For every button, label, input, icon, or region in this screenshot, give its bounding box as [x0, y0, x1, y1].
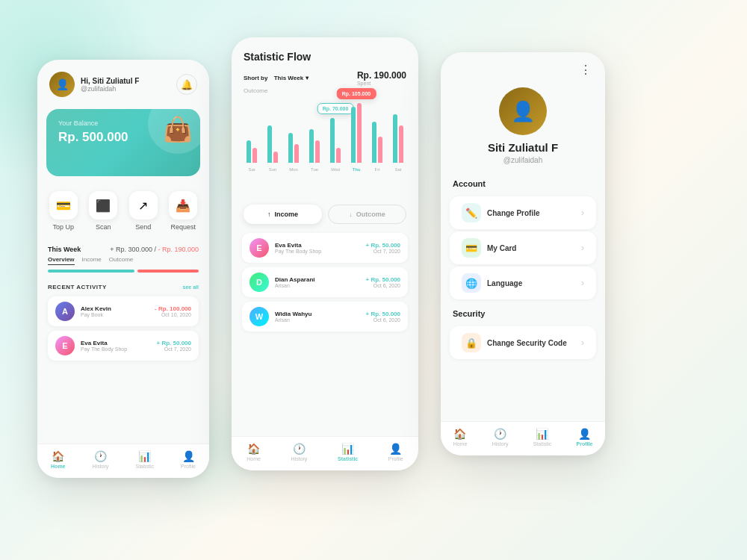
my-card-label: My Card: [487, 244, 516, 252]
bar-teal: [247, 140, 251, 163]
outcome-progress: [137, 270, 199, 273]
activity-name: Alex Kevin: [81, 305, 149, 312]
bar-label: Wed: [331, 167, 340, 172]
activity-amount: + Rp. 50.000: [157, 340, 191, 346]
change-profile-icon: ✏️: [462, 203, 481, 223]
spent-amount: Rp. 190.000: [357, 70, 406, 81]
stat-filter-row: Short by This Week ▾ Rp. 190.000 Spent: [244, 70, 406, 86]
activity-name: Eva Evita: [81, 340, 151, 346]
avatar: 👤: [49, 72, 75, 97]
stat-title: Statistic Flow: [244, 51, 406, 63]
bar-pair: [330, 118, 341, 163]
week-header: This Week + Rp. 300.000 / - Rp. 190.000: [48, 246, 199, 253]
stat-filter[interactable]: Short by This Week ▾: [244, 75, 309, 81]
chevron-right-icon: ›: [581, 337, 584, 348]
chart-bar-group: Sat: [244, 140, 260, 172]
nav-statistic[interactable]: 📊 Statistic: [338, 443, 358, 461]
activity-name: Dian Asparani: [275, 276, 360, 283]
username-text: @zulifaidah: [81, 85, 139, 93]
activity-date: Oct 6, 2020: [366, 317, 400, 323]
activity-desc: Arisan: [275, 283, 360, 288]
bar-pair: [309, 129, 320, 163]
stat-header: Statistic Flow Short by This Week ▾ Rp. …: [232, 37, 418, 102]
chevron-right-icon: ›: [581, 278, 584, 288]
outcome-toggle-button[interactable]: ↓ Outcome: [328, 205, 406, 224]
activity-name: Eva Evita: [275, 242, 360, 249]
scan-label: Scan: [96, 223, 111, 231]
activity-item: A Alex Kevin Pay Book - Rp. 100.000 Oct …: [48, 296, 199, 326]
chart-bar-group: Rp. 70.000 Wed: [327, 116, 344, 172]
request-button[interactable]: 📥 Request: [169, 191, 197, 231]
outcome-tab[interactable]: Outcome: [109, 256, 133, 265]
change-security-code-button[interactable]: 🔒 Change Security Code ›: [450, 326, 596, 359]
nav-statistic[interactable]: 📊 Statistic: [533, 428, 552, 447]
bar-pink: [294, 144, 299, 163]
change-profile-button[interactable]: ✏️ Change Profile ›: [450, 196, 596, 229]
activity-date: Oct 7, 2020: [157, 346, 191, 352]
menu-item-left: 🔒 Change Security Code: [462, 333, 567, 352]
request-label: Request: [170, 223, 196, 231]
profile-username: @zulifaidah: [503, 156, 542, 164]
activity-date: Oct 7, 2020: [366, 249, 400, 254]
notification-button[interactable]: 🔔: [176, 74, 197, 95]
bar-pair: [351, 103, 362, 163]
send-label: Send: [135, 223, 151, 231]
profile-nav-label: Profile: [181, 464, 196, 469]
history-nav-icon: 🕐: [94, 450, 107, 462]
nav-home[interactable]: 🏠 Home: [51, 450, 65, 469]
statistic-nav-label: Statistic: [338, 456, 358, 461]
stat-activity-item: W Widia Wahyu Arisan + Rp. 50.000 Oct 6,…: [242, 302, 408, 332]
nav-history[interactable]: 🕐 History: [93, 450, 109, 469]
history-nav-label: History: [93, 464, 109, 469]
bar-pair: [267, 125, 278, 163]
bar-pink: [273, 152, 278, 163]
bar-label: Mon: [289, 167, 298, 172]
activity-info: Eva Evita Pay The Body Shop: [81, 340, 151, 352]
chart-container: Sat Sun Mon: [232, 102, 418, 199]
nav-history[interactable]: 🕐 History: [291, 443, 308, 461]
nav-history[interactable]: 🕐 History: [492, 428, 509, 447]
statistic-screen: Statistic Flow Short by This Week ▾ Rp. …: [232, 37, 418, 470]
activity-amount: + Rp. 50.000: [366, 242, 400, 249]
menu-item-left: ✏️ Change Profile: [462, 203, 540, 223]
security-icon: 🔒: [462, 333, 481, 352]
activity-amount-col: + Rp. 50.000 Oct 6, 2020: [366, 276, 400, 288]
bar-pink: [399, 125, 403, 163]
stat-spent: Rp. 190.000 Spent: [357, 70, 406, 86]
language-button[interactable]: 🌐 Language ›: [450, 267, 596, 299]
topup-button[interactable]: 💳 Top Up: [49, 191, 78, 231]
security-section-title: Security: [441, 302, 605, 324]
chart-tooltip-pink: Rp. 105.000: [337, 88, 376, 99]
home-header: 👤 Hi, Siti Zuliatul F @zulifaidah 🔔: [37, 60, 209, 103]
income-toggle-button[interactable]: ↑ Income: [244, 205, 322, 224]
profile-screen: ⋮ 👤 Siti Zuliatul F @zulifaidah Account …: [441, 52, 605, 455]
nav-home[interactable]: 🏠 Home: [453, 428, 468, 447]
chart-bar-group-thu: Rp. 105.000 Thu: [348, 102, 365, 172]
greeting-text: Hi, Siti Zuliatul F: [81, 77, 139, 85]
overview-tab[interactable]: Overview: [48, 256, 75, 265]
statistic-nav-icon: 📊: [138, 450, 151, 462]
scan-button[interactable]: ⬛ Scan: [89, 191, 117, 231]
bar-pink: [252, 148, 257, 163]
activity-info: Dian Asparani Arisan: [275, 276, 360, 288]
bar-pair: [372, 122, 382, 163]
activity-avatar: D: [249, 273, 269, 292]
activity-name: Widia Wahyu: [275, 311, 360, 317]
more-options-button[interactable]: ⋮: [441, 52, 605, 81]
nav-profile[interactable]: 👤 Profile: [388, 443, 403, 461]
bar-label: Fri: [375, 167, 380, 172]
nav-profile[interactable]: 👤 Profile: [577, 428, 593, 447]
profile-avatar: 👤: [499, 87, 547, 135]
send-button[interactable]: ↗ Send: [129, 191, 158, 231]
activity-amount: + Rp. 50.000: [366, 276, 400, 283]
nav-profile[interactable]: 👤 Profile: [181, 450, 196, 469]
activity-avatar: E: [55, 336, 75, 355]
nav-statistic[interactable]: 📊 Statistic: [135, 450, 154, 469]
statistic-nav-icon: 📊: [341, 443, 354, 455]
profile-name: Siti Zuliatul F: [488, 141, 558, 154]
nav-home[interactable]: 🏠 Home: [247, 443, 261, 461]
income-tab[interactable]: Income: [82, 256, 102, 265]
my-card-button[interactable]: 💳 My Card ›: [450, 231, 596, 264]
see-all-button[interactable]: see all: [183, 284, 199, 290]
scan-icon: ⬛: [89, 191, 117, 220]
